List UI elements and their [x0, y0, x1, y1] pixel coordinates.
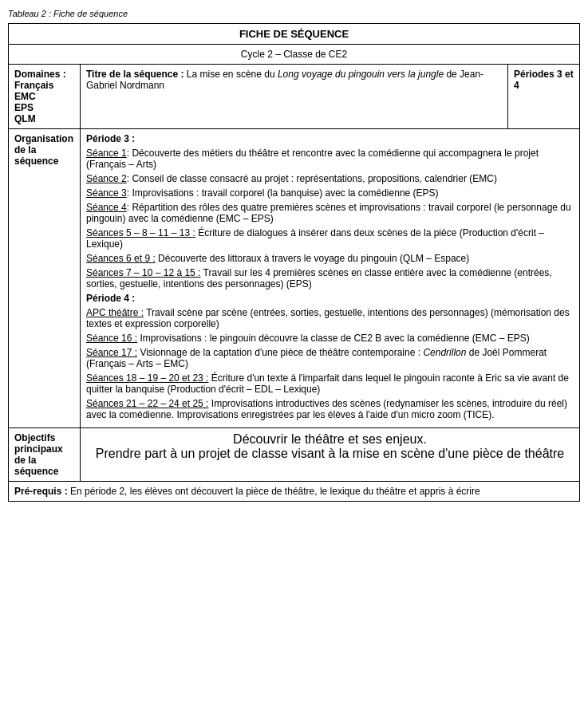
seance16-text: Improvisations : le pingouin découvre la…	[140, 333, 529, 344]
table-subheader-row: Cycle 2 – Classe de CE2	[9, 45, 580, 65]
organisation-label: Organisation de la séquence	[9, 129, 81, 428]
objectifs-line1: Découvrir le théâtre et ses enjeux.	[86, 432, 574, 447]
periods-label: Périodes 3 et 4	[508, 65, 580, 129]
seances18-block: Séances 18 – 19 – 20 et 23 : Écriture d'…	[86, 372, 574, 395]
cendrillon-italic: Cendrillon	[423, 347, 466, 358]
seances6-label: Séances 6 et 9 :	[86, 253, 156, 264]
apc-text: Travail scène par scène (entrées, sortie…	[86, 307, 570, 329]
table-header-row: FICHE DE SÉQUENCE	[9, 24, 580, 45]
seance17-block: Séance 17 : Visionnage de la captation d…	[86, 347, 574, 369]
seance1-block: Séance 1: Découverte des métiers du théâ…	[86, 148, 574, 170]
periode4-block: Période 4 :	[86, 293, 574, 304]
seance2-block: Séance 2: Conseil de classe consacré au …	[86, 173, 574, 184]
table-caption: Tableau 2 : Fiche de séquence	[8, 8, 580, 20]
seance3-label: Séance 3	[86, 187, 127, 199]
objectifs-label: Objectifs principaux de la séquence	[9, 428, 81, 482]
seance4-text: : Répartition des rôles des quatre premi…	[86, 202, 571, 224]
seance2-text: : Conseil de classe consacré au projet :…	[127, 173, 497, 184]
seances5-label: Séances 5 – 8 – 11 – 13 :	[86, 227, 195, 238]
seance16-label: Séance 16 :	[86, 333, 137, 344]
title-italic: Long voyage du pingouin vers la jungle	[278, 69, 444, 80]
periode3-label: Période 3 :	[86, 133, 135, 144]
apc-block: APC théâtre : Travail scène par scène (e…	[86, 307, 574, 329]
table-title: FICHE DE SÉQUENCE	[9, 24, 580, 45]
domains-row: Domaines :FrançaisEMCEPSQLM Titre de la …	[9, 65, 580, 129]
seance17-label: Séance 17 :	[86, 347, 137, 358]
prereq-label: Pré-requis :	[14, 486, 68, 497]
seance3-text: : Improvisations : travail corporel (la …	[127, 187, 439, 199]
seance3-block: Séance 3: Improvisations : travail corpo…	[86, 187, 574, 199]
seances6-block: Séances 6 et 9 : Découverte des littorau…	[86, 253, 574, 264]
domains-label: Domaines :FrançaisEMCEPSQLM	[9, 65, 81, 129]
seance2-label: Séance 2	[86, 173, 127, 184]
seance16-block: Séance 16 : Improvisations : le pingouin…	[86, 333, 574, 344]
objectifs-content: Découvrir le théâtre et ses enjeux. Pren…	[81, 428, 580, 482]
seances18-label: Séances 18 – 19 – 20 et 23 :	[86, 372, 208, 384]
domains-content: Titre de la séquence : La mise en scène …	[81, 65, 508, 129]
prereq-row: Pré-requis : En période 2, les élèves on…	[9, 482, 580, 502]
seances21-label: Séances 21 – 22 – 24 et 25 :	[86, 398, 208, 409]
seances5-block: Séances 5 – 8 – 11 – 13 : Écriture de di…	[86, 227, 574, 250]
seance4-block: Séance 4: Répartition des rôles des quat…	[86, 202, 574, 224]
periode3-block: Période 3 :	[86, 133, 574, 144]
seances7-block: Séances 7 – 10 – 12 à 15 : Travail sur l…	[86, 267, 574, 290]
prereq-content: Pré-requis : En période 2, les élèves on…	[9, 482, 580, 502]
seances6-text: Découverte des littoraux à travers le vo…	[158, 253, 469, 264]
seance4-label: Séance 4	[86, 202, 127, 213]
prereq-text: En période 2, les élèves ont découvert l…	[70, 486, 480, 497]
apc-label: APC théâtre :	[86, 307, 144, 318]
organisation-row: Organisation de la séquence Période 3 : …	[9, 129, 580, 428]
objectifs-row: Objectifs principaux de la séquence Déco…	[9, 428, 580, 482]
seance1-label: Séance 1	[86, 148, 127, 159]
seances21-block: Séances 21 – 22 – 24 et 25 : Improvisati…	[86, 398, 574, 420]
table-subtitle: Cycle 2 – Classe de CE2	[9, 45, 580, 65]
organisation-content: Période 3 : Séance 1: Découverte des mét…	[81, 129, 580, 428]
objectifs-line2: Prendre part à un projet de classe visan…	[86, 447, 574, 461]
title-sequence-label: Titre de la séquence :	[86, 69, 184, 80]
seance1-text: : Découverte des métiers du théâtre et r…	[86, 148, 539, 170]
fiche-sequence-table: FICHE DE SÉQUENCE Cycle 2 – Classe de CE…	[8, 23, 580, 502]
periode4-label: Période 4 :	[86, 293, 135, 304]
seances7-label: Séances 7 – 10 – 12 à 15 :	[86, 267, 200, 278]
